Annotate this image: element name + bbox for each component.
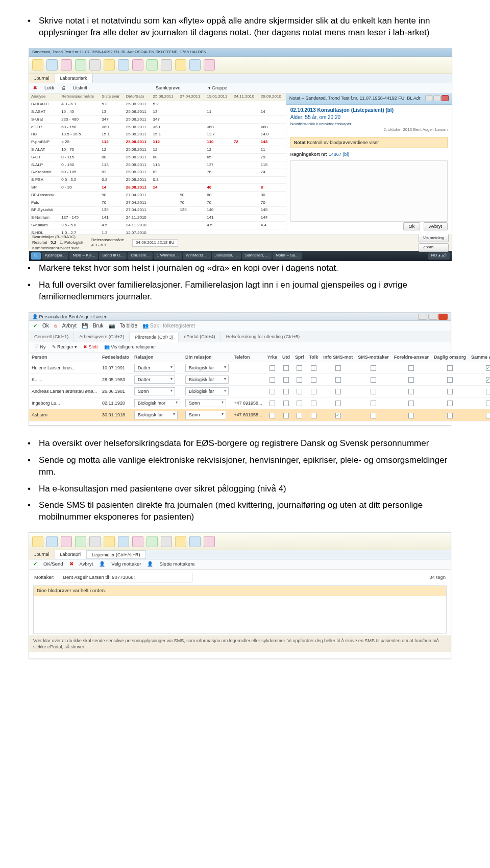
- ribbon-icon[interactable]: [132, 59, 143, 71]
- ok-send-button[interactable]: OK/Send: [43, 561, 63, 568]
- person-cell[interactable]: Heiene Larsen brus...: [29, 362, 100, 373]
- taskbar-item[interactable]: Chr/sen/...: [128, 252, 153, 260]
- folkeregister-button[interactable]: 👥 Søk i folkeregisteret: [142, 322, 195, 330]
- checkbox[interactable]: [408, 365, 414, 371]
- din-relasjon-dropdown[interactable]: Biologisk far: [185, 387, 229, 395]
- taskbar-item[interactable]: 1 Winmed...: [154, 252, 182, 260]
- checkbox[interactable]: [486, 413, 490, 418]
- close-icon[interactable]: [442, 95, 449, 101]
- ribbon-icon[interactable]: [104, 536, 115, 547]
- taskbar-item[interactable]: WinMed3 ...: [183, 252, 211, 260]
- checkbox[interactable]: [335, 377, 341, 383]
- taskbar-item[interactable]: NDB – Kje...: [69, 252, 98, 260]
- zoom-button[interactable]: Zoom: [419, 243, 449, 252]
- checkbox[interactable]: [335, 365, 341, 371]
- utskrift-button[interactable]: Utskrift: [73, 85, 87, 91]
- ribbon-icon[interactable]: [89, 59, 101, 71]
- checkbox[interactable]: [447, 389, 453, 394]
- checkbox[interactable]: [311, 365, 316, 371]
- din-relasjon-dropdown[interactable]: Sønn: [185, 411, 226, 419]
- avbryt-button[interactable]: Avbryt: [62, 322, 77, 330]
- ribbon-icon[interactable]: [175, 536, 186, 547]
- person-cell[interactable]: K......: [29, 373, 100, 385]
- checkbox[interactable]: [311, 401, 316, 406]
- checkbox[interactable]: [270, 377, 275, 383]
- checkbox[interactable]: [335, 413, 341, 418]
- person-cell[interactable]: Andreas Larsen ørønstau ønø...: [29, 386, 100, 397]
- taskbar-item[interactable]: Sanderød, ...: [242, 252, 272, 260]
- ribbon-icon[interactable]: [175, 59, 186, 71]
- taskbar-item[interactable]: Notat – Sa...: [273, 252, 301, 260]
- velg-mottaker-button[interactable]: Velg mottaker: [111, 561, 141, 568]
- checkbox[interactable]: [408, 413, 414, 418]
- din-relasjon-dropdown[interactable]: Biologisk far: [185, 364, 229, 372]
- checkbox[interactable]: [486, 377, 490, 383]
- ribbon-icon[interactable]: [61, 536, 72, 547]
- checkbox[interactable]: [408, 401, 414, 406]
- slette-mottakere-button[interactable]: Slette mottakere: [159, 561, 194, 568]
- tab-journal[interactable]: Journal: [29, 74, 55, 83]
- din-relasjon-dropdown[interactable]: Sønn: [185, 399, 226, 407]
- ny-button[interactable]: 📄 Ny: [33, 344, 46, 350]
- vis-melding-button[interactable]: Vis melding: [419, 234, 449, 243]
- checkbox[interactable]: [371, 401, 376, 406]
- checkbox[interactable]: [335, 389, 341, 394]
- maximize-icon[interactable]: [428, 314, 437, 320]
- checkbox[interactable]: [447, 365, 453, 371]
- tab-laboratori[interactable]: Laboratori: [55, 550, 87, 559]
- personalia-tab[interactable]: Pårørende (Ctrl+3): [130, 333, 179, 342]
- tab-journal[interactable]: Journal: [29, 550, 55, 559]
- rediger-button[interactable]: ✎ Rediger ▾: [52, 344, 78, 350]
- checkbox[interactable]: [283, 389, 289, 394]
- checkbox[interactable]: [297, 401, 302, 406]
- ribbon-icon[interactable]: [32, 59, 43, 71]
- personalia-tab[interactable]: Generelt (Ctrl+1): [29, 332, 74, 342]
- ribbon-icon[interactable]: [189, 59, 201, 71]
- lukk-button[interactable]: Lukk: [44, 85, 54, 91]
- notat-tabs[interactable]: Notathistorikk Kontaktegenskaper: [290, 122, 448, 127]
- checkbox[interactable]: [270, 365, 275, 371]
- ribbon-icon[interactable]: [75, 59, 86, 71]
- checkbox[interactable]: [297, 413, 302, 418]
- checkbox[interactable]: [311, 377, 316, 383]
- checkbox[interactable]: [311, 413, 316, 418]
- checkbox[interactable]: [283, 413, 289, 418]
- checkbox[interactable]: [283, 401, 289, 406]
- checkbox[interactable]: [270, 413, 275, 418]
- checkbox[interactable]: [447, 401, 453, 406]
- taskbar-item[interactable]: Send til O...: [99, 252, 127, 260]
- checkbox[interactable]: [408, 389, 414, 394]
- ribbon-icon[interactable]: [161, 536, 172, 547]
- ribbon-icon[interactable]: [204, 59, 215, 71]
- personalia-tab[interactable]: Helseforsikring for utlending (Ctrl+5): [221, 332, 305, 342]
- relasjon-dropdown[interactable]: Biologisk mor: [134, 399, 180, 407]
- checkbox[interactable]: [371, 365, 376, 371]
- checkbox[interactable]: [408, 377, 414, 383]
- samleprove-label[interactable]: Samleprøve: [156, 85, 181, 91]
- vis-tidligere-button[interactable]: 👥 Vis tidligere relasjoner: [104, 344, 156, 350]
- relasjon-dropdown[interactable]: Biologisk far: [134, 411, 178, 419]
- avbryt-button[interactable]: Avbryt: [424, 222, 448, 230]
- ribbon-icon[interactable]: [89, 536, 101, 547]
- ribbon-icon[interactable]: [32, 536, 43, 547]
- checkbox[interactable]: [270, 401, 275, 406]
- person-cell[interactable]: Asbjørn: [29, 409, 100, 421]
- ribbon-icon[interactable]: [189, 536, 201, 547]
- ribbon-icon[interactable]: [204, 536, 215, 547]
- relasjon-dropdown[interactable]: Datter: [134, 364, 175, 372]
- personalia-tab[interactable]: ePortal (Ctrl+4): [179, 332, 220, 342]
- ribbon-icon[interactable]: [161, 59, 172, 71]
- checkbox[interactable]: [311, 389, 316, 394]
- slett-button[interactable]: ✖ Slett: [83, 344, 98, 350]
- ribbon-icon[interactable]: [118, 59, 129, 71]
- ribbon-icon[interactable]: [146, 536, 158, 547]
- ok-button[interactable]: Ok: [403, 222, 421, 230]
- checkbox[interactable]: [486, 389, 490, 394]
- sms-message-text[interactable]: Dine blodprøver var helt i orden.: [34, 586, 446, 596]
- bruk-button[interactable]: Bruk: [93, 322, 104, 330]
- checkbox[interactable]: [335, 401, 341, 406]
- print-icon[interactable]: 🖨: [61, 85, 66, 91]
- checkbox[interactable]: [447, 377, 453, 383]
- ribbon-icon[interactable]: [46, 536, 58, 547]
- mottaker-field[interactable]: Bent Asgeir Larsen tlf: 90773868;: [60, 573, 192, 582]
